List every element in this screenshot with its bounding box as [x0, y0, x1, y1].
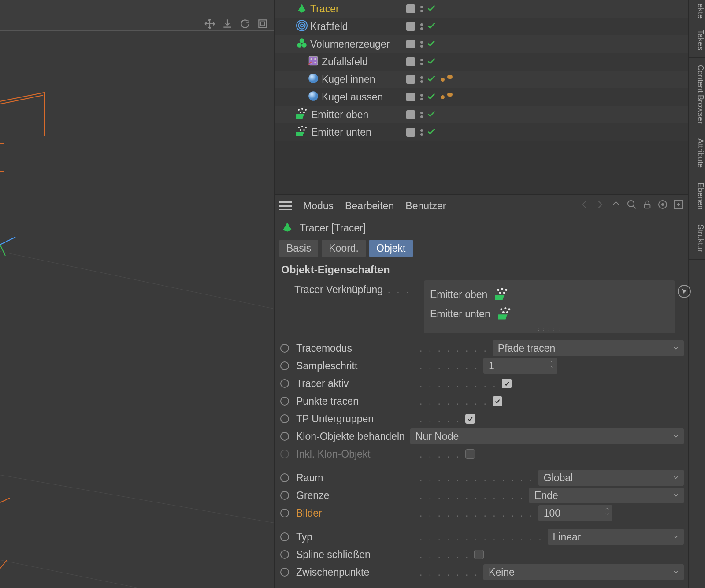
- enable-check-icon[interactable]: [427, 109, 436, 120]
- punkte-tracen-checkbox[interactable]: [493, 396, 502, 406]
- visibility-toggle[interactable]: [406, 110, 415, 119]
- anim-dot-icon[interactable]: [280, 414, 289, 423]
- link-list[interactable]: Emitter oben Emitter unten : : : : :: [424, 280, 675, 333]
- material-tag-icon[interactable]: [441, 78, 454, 82]
- menu-mode[interactable]: Modus: [303, 200, 334, 212]
- klon-behandeln-select[interactable]: Nur Node: [410, 428, 684, 444]
- spin-icon[interactable]: [605, 506, 610, 516]
- hierarchy-row-tracer[interactable]: Tracer: [275, 0, 688, 18]
- enable-check-icon[interactable]: [427, 74, 436, 85]
- hierarchy-row-kraftfeld[interactable]: Kraftfeld: [275, 18, 688, 35]
- zwischenpunkte-select[interactable]: Keine: [483, 564, 684, 580]
- sampleschritt-input[interactable]: 1: [483, 358, 557, 374]
- frame-icon[interactable]: [256, 17, 270, 31]
- tp-untergruppen-checkbox[interactable]: [465, 414, 475, 424]
- nav-forward-icon[interactable]: [595, 199, 605, 212]
- drop-icon[interactable]: [220, 17, 234, 31]
- sidetab-takes[interactable]: Takes: [689, 22, 705, 58]
- search-icon[interactable]: [627, 199, 637, 212]
- visibility-toggle[interactable]: [406, 40, 415, 48]
- hierarchy-tree: Tracer Kraftfeld: [275, 0, 688, 141]
- svg-rect-9: [259, 20, 266, 27]
- target-icon[interactable]: [657, 199, 668, 212]
- nav-back-icon[interactable]: [579, 199, 590, 212]
- raum-select[interactable]: Global: [538, 470, 684, 486]
- sidetab-objekte[interactable]: ekte: [689, 0, 705, 22]
- anim-dot-icon[interactable]: [280, 491, 289, 500]
- visibility-toggle[interactable]: [406, 93, 415, 101]
- sidetab-attribute[interactable]: Attribute: [689, 131, 705, 175]
- anim-dot-icon[interactable]: [280, 344, 289, 353]
- typ-select[interactable]: Linear: [548, 529, 684, 545]
- drag-handle-icon[interactable]: : : : : :: [538, 327, 561, 331]
- anim-dot-icon[interactable]: [280, 432, 289, 441]
- spin-icon[interactable]: [549, 359, 555, 369]
- visibility-toggle[interactable]: [406, 75, 415, 84]
- anim-dot-icon[interactable]: [280, 532, 289, 541]
- viewport[interactable]: [0, 0, 274, 588]
- hierarchy-row-zufallsfeld[interactable]: Zufallsfeld: [275, 53, 688, 71]
- enable-check-icon[interactable]: [427, 3, 436, 15]
- anim-dot-icon[interactable]: [280, 473, 289, 482]
- spline-schliessen-checkbox[interactable]: [474, 550, 484, 559]
- anim-dot-icon[interactable]: [280, 550, 289, 559]
- layer-dots[interactable]: [420, 41, 423, 48]
- svg-point-65: [504, 307, 506, 309]
- layer-dots[interactable]: [420, 23, 423, 30]
- layer-dots[interactable]: [420, 112, 423, 118]
- material-tag-icon[interactable]: [441, 95, 454, 99]
- move-icon[interactable]: [203, 17, 217, 31]
- layer-dots[interactable]: [420, 59, 423, 65]
- tab-basis[interactable]: Basis: [279, 240, 318, 257]
- menu-edit[interactable]: Bearbeiten: [345, 200, 394, 212]
- visibility-toggle[interactable]: [406, 22, 415, 31]
- sidetab-struktur[interactable]: Struktur: [689, 217, 705, 260]
- enable-check-icon[interactable]: [427, 38, 436, 50]
- sidetab-content-browser[interactable]: Content Browser: [689, 58, 705, 131]
- menu-user[interactable]: Benutzer: [405, 200, 446, 212]
- layer-dots[interactable]: [420, 6, 423, 12]
- hierarchy-row-emitter-unten[interactable]: Emitter unten: [275, 123, 688, 141]
- tab-objekt[interactable]: Objekt: [369, 240, 412, 257]
- layer-dots[interactable]: [420, 129, 423, 136]
- new-window-icon[interactable]: [673, 199, 684, 212]
- tab-koord[interactable]: Koord.: [322, 240, 366, 257]
- inkl-klon-checkbox: [465, 449, 475, 459]
- hierarchy-label: Volumenerzeuger: [310, 38, 390, 50]
- sidetab-ebenen[interactable]: Ebenen: [689, 175, 705, 217]
- rotate-icon[interactable]: [238, 17, 252, 31]
- link-item[interactable]: Emitter unten: [430, 304, 669, 324]
- enable-check-icon[interactable]: [427, 91, 436, 103]
- hierarchy-row-volumenerzeuger[interactable]: Volumenerzeuger: [275, 35, 688, 53]
- visibility-toggle[interactable]: [406, 128, 415, 137]
- tracer-aktiv-checkbox[interactable]: [502, 379, 512, 388]
- enable-check-icon[interactable]: [427, 56, 436, 67]
- dots-icon: . . . . . . . . . . . .: [419, 490, 529, 502]
- visibility-toggle[interactable]: [406, 57, 415, 66]
- link-item[interactable]: Emitter oben: [430, 285, 669, 304]
- anim-dot-icon[interactable]: [280, 509, 289, 517]
- svg-line-4: [0, 245, 5, 256]
- anim-dot-icon[interactable]: [280, 568, 289, 577]
- anim-dot-icon[interactable]: [280, 397, 289, 406]
- svg-rect-69: [498, 314, 508, 319]
- layer-dots[interactable]: [420, 94, 423, 100]
- lock-icon[interactable]: [642, 200, 652, 212]
- prop-label: Typ: [296, 531, 419, 543]
- enable-check-icon[interactable]: [427, 21, 436, 32]
- menu-icon[interactable]: [279, 201, 292, 210]
- enable-check-icon[interactable]: [427, 127, 436, 138]
- grenze-select[interactable]: Ende: [529, 488, 684, 503]
- object-manager[interactable]: − Tracer: [274, 0, 688, 194]
- hierarchy-row-kugel-innen[interactable]: Kugel innen: [275, 71, 688, 88]
- hierarchy-row-emitter-oben[interactable]: Emitter oben: [275, 106, 688, 123]
- tracemodus-select[interactable]: Pfade tracen: [493, 340, 684, 356]
- nav-up-icon[interactable]: [611, 199, 621, 212]
- pick-object-icon[interactable]: [678, 285, 691, 298]
- anim-dot-icon[interactable]: [280, 361, 289, 370]
- layer-dots[interactable]: [420, 76, 423, 83]
- bilder-input[interactable]: 100: [538, 505, 612, 521]
- anim-dot-icon[interactable]: [280, 379, 289, 388]
- visibility-toggle[interactable]: [406, 4, 415, 13]
- hierarchy-row-kugel-aussen[interactable]: Kugel aussen: [275, 88, 688, 106]
